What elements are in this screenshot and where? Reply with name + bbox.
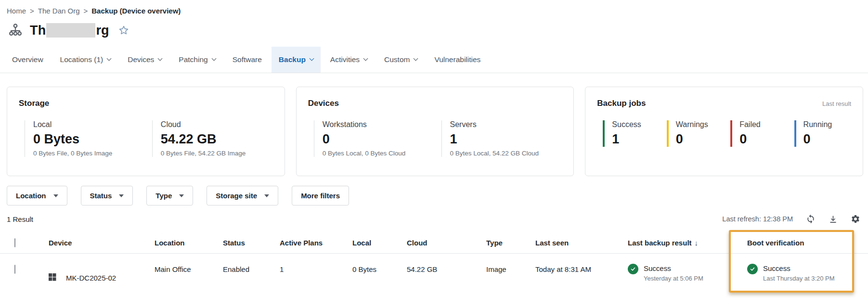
column-header-last-backup-result[interactable]: Last backup result↓ [628,239,744,247]
row-status: Enabled [223,254,280,292]
row-checkbox[interactable] [14,265,15,274]
backup-devices-table: Device Location Status Active Plans Loca… [0,232,868,292]
column-header-boot-verification[interactable]: Boot verification [744,239,868,247]
breadcrumb-separator: > [84,7,88,15]
favorite-star-icon[interactable] [118,25,130,36]
last-refresh-label: Last refresh: 12:38 PM [722,215,793,223]
row-cloud: 54.22 GB [407,254,486,292]
metric-value: 0 [739,131,788,147]
table-header-row: Device Location Status Active Plans Loca… [0,232,868,254]
select-all-checkbox[interactable] [14,238,15,247]
more-filters-button[interactable]: More filters [292,186,349,205]
metric-value: 0 Bytes [33,131,146,147]
column-header-location[interactable]: Location [155,239,223,247]
result-count: 1 Result [7,215,33,223]
windows-icon [49,273,56,282]
organization-icon [8,23,23,38]
summary-cards: Storage Local 0 Bytes 0 Bytes File, 0 By… [7,87,863,176]
tab-devices[interactable]: Devices [120,47,169,73]
column-header-type[interactable]: Type [486,239,535,247]
success-check-icon [628,264,638,274]
metric-value: 0 [803,131,852,147]
devices-servers-metric: Servers 1 0 Bytes Local, 54.22 GB Cloud [441,120,563,157]
metric-value: 0 [676,131,725,147]
device-name[interactable]: MK-DC2025-02 [66,274,116,282]
tab-patching[interactable]: Patching [171,47,222,73]
chevron-down-icon [158,56,163,61]
tab-software[interactable]: Software [225,47,269,73]
results-bar: 1 Result Last refresh: 12:38 PM [7,214,860,224]
refresh-icon[interactable] [806,214,816,224]
card-title: Devices [308,99,563,108]
dropdown-arrow-icon [264,194,269,197]
metric-value: 0 [323,131,436,147]
type-filter-button[interactable]: Type [146,186,193,205]
devices-workstations-metric: Workstations 0 0 Bytes Local, 0 Bytes Cl… [314,120,436,157]
column-header-active-plans[interactable]: Active Plans [280,239,352,247]
tab-custom[interactable]: Custom [377,47,425,73]
org-header: Thrg [8,21,868,39]
card-title: Storage [19,99,274,108]
storage-site-filter-button[interactable]: Storage site [207,186,278,205]
backup-jobs-card: Backup jobs Last result Success 1 Warnin… [585,87,863,176]
breadcrumb-current: Backup (Device overview) [91,7,181,15]
last-result-label: Last result [822,100,851,107]
tab-bar: Overview Locations (1) Devices Patching … [0,47,868,73]
dropdown-arrow-icon [53,194,58,197]
table-row[interactable]: MK-DC2025-02 Main Office Enabled 1 0 Byt… [0,254,868,292]
chevron-down-icon [107,56,112,61]
jobs-success-metric: Success 1 [603,120,661,147]
column-header-local[interactable]: Local [352,239,407,247]
column-header-device[interactable]: Device [49,239,155,247]
chevron-down-icon [211,56,216,61]
storage-cloud-metric: Cloud 54.22 GB 0 Bytes File, 54.22 GB Im… [152,120,274,157]
status-filter-button[interactable]: Status [81,186,133,205]
chevron-down-icon [309,56,314,61]
location-filter-button[interactable]: Location [7,186,67,205]
tab-activities[interactable]: Activities [323,47,375,73]
dropdown-arrow-icon [179,194,184,197]
column-header-status[interactable]: Status [223,239,280,247]
column-header-cloud[interactable]: Cloud [407,239,486,247]
tab-locations[interactable]: Locations (1) [53,47,118,73]
breadcrumb-org[interactable]: The Dan Org [38,7,80,15]
chevron-down-icon [363,56,368,61]
card-title: Backup jobs [597,99,852,108]
gear-icon[interactable] [851,214,860,224]
row-active-plans: 1 [280,254,352,292]
row-type: Image [486,254,535,292]
storage-local-metric: Local 0 Bytes 0 Bytes File, 0 Bytes Imag… [25,120,146,157]
metric-value: 1 [450,131,563,147]
breadcrumb-separator: > [30,7,34,15]
breadcrumb: Home > The Dan Org > Backup (Device over… [0,0,868,15]
tab-overview[interactable]: Overview [5,47,51,73]
tab-vulnerabilities[interactable]: Vulnerabilities [427,47,488,73]
storage-card: Storage Local 0 Bytes 0 Bytes File, 0 By… [7,87,285,176]
tab-backup[interactable]: Backup [272,47,321,73]
row-boot-verification: Success Last Thursday at 3:20 PM [744,254,868,292]
metric-value: 1 [612,131,661,147]
jobs-warnings-metric: Warnings 0 [667,120,725,147]
chevron-down-icon [414,56,418,61]
filter-bar: Location Status Type Storage site More f… [7,186,868,205]
metric-value: 54.22 GB [161,131,274,147]
breadcrumb-home[interactable]: Home [7,7,26,15]
sort-descending-icon: ↓ [695,239,699,247]
redaction-block [46,23,95,38]
page-title: Thrg [30,23,109,38]
jobs-failed-metric: Failed 0 [730,120,788,147]
row-last-seen: Today at 8:31 AM [535,254,628,292]
download-icon[interactable] [829,215,838,224]
column-header-last-seen[interactable]: Last seen [535,239,628,247]
dropdown-arrow-icon [119,194,124,197]
row-last-backup-result: Success Yesterday at 5:06 PM [628,254,744,292]
jobs-running-metric: Running 0 [794,120,852,147]
row-local: 0 Bytes [352,254,407,292]
backup-device-overview-page: Home > The Dan Org > Backup (Device over… [0,0,868,308]
success-check-icon [747,264,758,274]
row-location: Main Office [155,254,223,292]
devices-card: Devices Workstations 0 0 Bytes Local, 0 … [296,87,574,176]
